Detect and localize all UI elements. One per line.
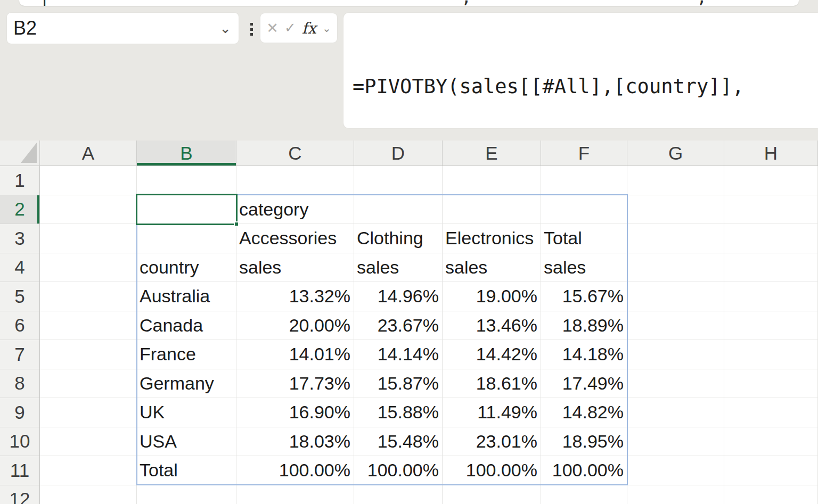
insert-function-icon[interactable]: fx (302, 19, 316, 37)
cell[interactable] (236, 166, 354, 195)
cell[interactable] (40, 340, 137, 369)
row-header-2[interactable]: 2 (0, 195, 39, 225)
cell[interactable] (40, 282, 137, 311)
cell[interactable] (40, 427, 137, 457)
cell[interactable] (627, 398, 724, 427)
cell[interactable] (40, 485, 137, 504)
row-header-7[interactable]: 7 (0, 340, 39, 369)
cell-D7[interactable]: 14.14% (354, 340, 443, 369)
chevron-down-icon[interactable]: ⌄ (219, 21, 239, 35)
cell[interactable] (40, 398, 137, 427)
enter-icon[interactable]: ✓ (284, 20, 296, 36)
cell-F5[interactable]: 15.67% (541, 282, 627, 311)
cell-F8[interactable]: 17.49% (541, 369, 627, 399)
cell[interactable] (40, 369, 137, 399)
cell[interactable] (40, 166, 137, 195)
cell[interactable] (40, 456, 137, 485)
cell-B9[interactable]: UK (137, 398, 236, 427)
cell-B7[interactable]: France (137, 340, 236, 369)
cell-E5[interactable]: 19.00% (443, 282, 541, 311)
cell-D10[interactable]: 15.48% (354, 427, 443, 457)
column-header-E[interactable]: E (443, 141, 541, 166)
cell[interactable] (724, 253, 818, 283)
formula-bar-drag-handle[interactable] (249, 23, 253, 36)
row-header-6[interactable]: 6 (0, 311, 39, 341)
cell[interactable] (40, 224, 137, 253)
cell-D11[interactable]: 100.00% (354, 456, 443, 485)
cell-E8[interactable]: 18.61% (443, 369, 541, 399)
cell[interactable] (541, 485, 627, 504)
cell-C8[interactable]: 17.73% (236, 369, 354, 399)
cell-F3[interactable]: Total (541, 224, 627, 253)
cell-C11[interactable]: 100.00% (236, 456, 354, 485)
cell[interactable] (724, 282, 818, 311)
select-all-corner[interactable] (0, 141, 40, 166)
cell-E9[interactable]: 11.49% (443, 398, 541, 427)
cell[interactable] (724, 311, 818, 341)
cell[interactable] (40, 195, 137, 225)
row-header-3[interactable]: 3 (0, 224, 39, 253)
cell[interactable] (137, 485, 236, 504)
cell[interactable] (627, 456, 724, 485)
column-header-B[interactable]: B (137, 141, 236, 166)
cell[interactable] (724, 340, 818, 369)
row-header-5[interactable]: 5 (0, 282, 39, 311)
cell[interactable] (627, 166, 724, 195)
cell-F10[interactable]: 18.95% (541, 427, 627, 457)
cell-B11[interactable]: Total (137, 456, 236, 485)
cell[interactable] (541, 195, 627, 225)
chevron-down-icon[interactable]: ⌄ (322, 22, 331, 35)
cell-B10[interactable]: USA (137, 427, 236, 457)
row-header-9[interactable]: 9 (0, 398, 39, 427)
cell-D8[interactable]: 15.87% (354, 369, 443, 399)
cell-E3[interactable]: Electronics (443, 224, 541, 253)
row-header-12[interactable]: 12 (0, 485, 39, 504)
fill-handle[interactable] (234, 221, 239, 227)
cell-E7[interactable]: 14.42% (443, 340, 541, 369)
cell-F7[interactable]: 14.18% (541, 340, 627, 369)
cell-C6[interactable]: 20.00% (236, 311, 354, 341)
cell-D4[interactable]: sales (354, 253, 443, 283)
column-header-H[interactable]: H (724, 141, 818, 166)
cell-B4[interactable]: country (137, 253, 236, 283)
cell[interactable] (627, 369, 724, 399)
cell-F4[interactable]: sales (541, 253, 627, 283)
cell[interactable] (627, 427, 724, 457)
cell-B8[interactable]: Germany (137, 369, 236, 399)
cell-D6[interactable]: 23.67% (354, 311, 443, 341)
cell[interactable] (541, 166, 627, 195)
cell[interactable] (627, 253, 724, 283)
cell[interactable] (724, 398, 818, 427)
column-header-D[interactable]: D (354, 141, 443, 166)
column-header-F[interactable]: F (541, 141, 627, 166)
row-header-4[interactable]: 4 (0, 253, 39, 283)
row-header-10[interactable]: 10 (0, 427, 39, 457)
cell[interactable] (236, 485, 354, 504)
row-header-11[interactable]: 11 (0, 456, 39, 485)
cell-D5[interactable]: 14.96% (354, 282, 443, 311)
cell-F9[interactable]: 14.82% (541, 398, 627, 427)
cell[interactable] (627, 195, 724, 225)
cell[interactable] (627, 340, 724, 369)
cell[interactable] (627, 311, 724, 341)
name-box[interactable]: B2 ⌄ (7, 13, 239, 44)
cell-B5[interactable]: Australia (137, 282, 236, 311)
column-header-G[interactable]: G (627, 141, 724, 166)
cell-E6[interactable]: 13.46% (443, 311, 541, 341)
cell[interactable] (443, 195, 541, 225)
cell-F11[interactable]: 100.00% (541, 456, 627, 485)
cell[interactable] (443, 485, 541, 504)
cell[interactable] (137, 166, 236, 195)
cell[interactable] (627, 282, 724, 311)
cell[interactable] (40, 311, 137, 341)
cell-B2[interactable] (137, 195, 236, 225)
cell[interactable] (724, 224, 818, 253)
cell[interactable] (627, 485, 724, 504)
cell[interactable] (40, 253, 137, 283)
cell-C5[interactable]: 13.32% (236, 282, 354, 311)
cell-C7[interactable]: 14.01% (236, 340, 354, 369)
cell[interactable] (443, 166, 541, 195)
cell-E10[interactable]: 23.01% (443, 427, 541, 457)
cell[interactable] (724, 456, 818, 485)
cell-C9[interactable]: 16.90% (236, 398, 354, 427)
